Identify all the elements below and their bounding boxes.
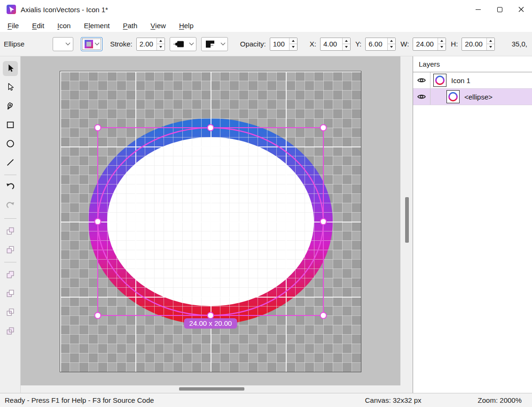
stroke-join-dropdown[interactable] bbox=[201, 37, 228, 51]
opacity-label: Opacity: bbox=[240, 40, 266, 48]
x-input[interactable]: 4.00 bbox=[320, 38, 351, 51]
size-badge: 24.00 x 20.00 bbox=[184, 318, 237, 329]
app-logo-icon bbox=[7, 5, 16, 14]
select-tool-button[interactable] bbox=[3, 61, 18, 76]
pathop-exclude-button[interactable] bbox=[3, 323, 18, 338]
menu-element[interactable]: Element bbox=[77, 19, 116, 32]
x-increment-button[interactable] bbox=[343, 38, 350, 45]
w-decrement-button[interactable] bbox=[438, 44, 446, 50]
menu-icon[interactable]: Icon bbox=[51, 19, 77, 32]
h-input[interactable]: 20.00 bbox=[462, 38, 495, 51]
arrange-forward-button[interactable] bbox=[3, 223, 18, 238]
layers-panel: Layers Icon 1 bbox=[413, 56, 532, 393]
layer-thumbnail bbox=[433, 74, 446, 87]
canvas[interactable]: 24.00 x 20.00 bbox=[60, 71, 361, 372]
layer-row-icon1[interactable]: Icon 1 bbox=[413, 72, 532, 89]
opacity-value: 100 bbox=[270, 38, 289, 50]
shape-type-label: Ellipse bbox=[4, 40, 24, 48]
stroke-width-input[interactable]: 2.00 bbox=[136, 38, 165, 51]
window-title: Axialis IconVectors - Icon 1* bbox=[21, 6, 108, 14]
chevron-down-icon bbox=[189, 41, 194, 46]
stroke-increment-button[interactable] bbox=[157, 38, 164, 45]
minimize-button[interactable] bbox=[467, 0, 489, 19]
opacity-decrement-button[interactable] bbox=[289, 44, 297, 50]
h-increment-button[interactable] bbox=[487, 38, 494, 45]
y-increment-button[interactable] bbox=[388, 38, 395, 45]
y-input[interactable]: 6.00 bbox=[365, 38, 396, 51]
pen-tool-button[interactable] bbox=[3, 99, 18, 114]
exclude-icon bbox=[5, 326, 16, 336]
h-decrement-button[interactable] bbox=[487, 44, 494, 50]
w-value: 24.00 bbox=[413, 38, 438, 50]
undo-button[interactable] bbox=[3, 180, 18, 195]
stroke-decrement-button[interactable] bbox=[157, 44, 164, 50]
selection-handle[interactable] bbox=[208, 125, 214, 131]
undo-icon bbox=[5, 182, 16, 192]
subtract-icon bbox=[5, 288, 16, 299]
selection-handle[interactable] bbox=[321, 125, 327, 131]
maximize-button[interactable] bbox=[489, 0, 510, 19]
visibility-toggle[interactable] bbox=[413, 72, 430, 88]
maximize-icon bbox=[497, 7, 502, 12]
statusbar: Ready - Press F1 for Help - F3 for Sourc… bbox=[0, 393, 532, 407]
menu-edit[interactable]: Edit bbox=[25, 19, 51, 32]
stroke-width-value: 2.00 bbox=[137, 38, 156, 50]
w-input[interactable]: 24.00 bbox=[413, 38, 446, 51]
ellipse-icon bbox=[5, 138, 16, 149]
preset-dropdown[interactable] bbox=[53, 37, 73, 51]
tool-palette bbox=[0, 56, 21, 393]
layer-label: Icon 1 bbox=[451, 77, 470, 84]
menu-path[interactable]: Path bbox=[116, 19, 144, 32]
selection-handle[interactable] bbox=[208, 313, 214, 319]
selection-handle[interactable] bbox=[95, 313, 101, 319]
palette-separator bbox=[4, 218, 16, 219]
chevron-down-icon bbox=[66, 41, 70, 46]
stroke-cap-dropdown[interactable] bbox=[170, 37, 196, 51]
workspace[interactable]: 24.00 x 20.00 bbox=[21, 56, 413, 393]
x-label: X: bbox=[310, 40, 316, 48]
x-decrement-button[interactable] bbox=[343, 44, 350, 50]
w-increment-button[interactable] bbox=[438, 38, 446, 45]
layer-separator bbox=[430, 72, 430, 88]
horizontal-scrollbar-thumb[interactable] bbox=[179, 387, 244, 391]
horizontal-scrollbar[interactable] bbox=[21, 385, 413, 393]
selection-handle[interactable] bbox=[321, 313, 327, 319]
selection-handle[interactable] bbox=[95, 125, 101, 131]
visibility-toggle[interactable] bbox=[413, 89, 430, 105]
layer-thumbnail bbox=[446, 90, 460, 103]
status-canvas-size: Canvas: 32x32 px bbox=[365, 396, 422, 404]
pathop-subtract-button[interactable] bbox=[3, 286, 18, 301]
menu-help[interactable]: Help bbox=[172, 19, 200, 32]
redo-button[interactable] bbox=[3, 199, 18, 214]
stroke-color-dropdown[interactable] bbox=[81, 37, 102, 51]
stroke-label: Stroke: bbox=[110, 40, 133, 48]
properties-toolbar: Ellipse Stroke: 2.00 bbox=[0, 32, 532, 56]
close-button[interactable] bbox=[510, 0, 532, 19]
union-icon bbox=[5, 269, 16, 280]
pathop-intersect-button[interactable] bbox=[3, 305, 18, 320]
opacity-increment-button[interactable] bbox=[289, 38, 297, 45]
window-controls bbox=[467, 0, 532, 19]
selection-handle[interactable] bbox=[321, 219, 327, 225]
arrange-backward-button[interactable] bbox=[3, 242, 18, 257]
pointer-coordinates: 35,0, bbox=[512, 40, 528, 48]
rectangle-tool-button[interactable] bbox=[3, 117, 18, 132]
layer-row-ellipse[interactable]: <ellipse> bbox=[413, 89, 532, 105]
pathop-union-button[interactable] bbox=[3, 267, 18, 282]
ellipse-tool-button[interactable] bbox=[3, 136, 18, 151]
y-decrement-button[interactable] bbox=[388, 44, 395, 50]
vertical-scrollbar[interactable] bbox=[400, 56, 413, 385]
minimize-icon bbox=[476, 9, 481, 10]
line-tool-button[interactable] bbox=[3, 155, 18, 170]
gradient-swatch-icon bbox=[85, 40, 93, 48]
selection-handle[interactable] bbox=[95, 219, 101, 225]
palette-separator bbox=[4, 175, 16, 175]
direct-select-tool-button[interactable] bbox=[3, 80, 18, 95]
vertical-scrollbar-thumb[interactable] bbox=[405, 197, 409, 243]
menu-file[interactable]: File bbox=[1, 19, 25, 32]
redo-icon bbox=[5, 201, 16, 211]
opacity-input[interactable]: 100 bbox=[270, 38, 297, 51]
layer-label: <ellipse> bbox=[464, 93, 493, 101]
app-window: Axialis IconVectors - Icon 1* File Edit … bbox=[0, 0, 532, 407]
menu-view[interactable]: View bbox=[144, 19, 172, 32]
